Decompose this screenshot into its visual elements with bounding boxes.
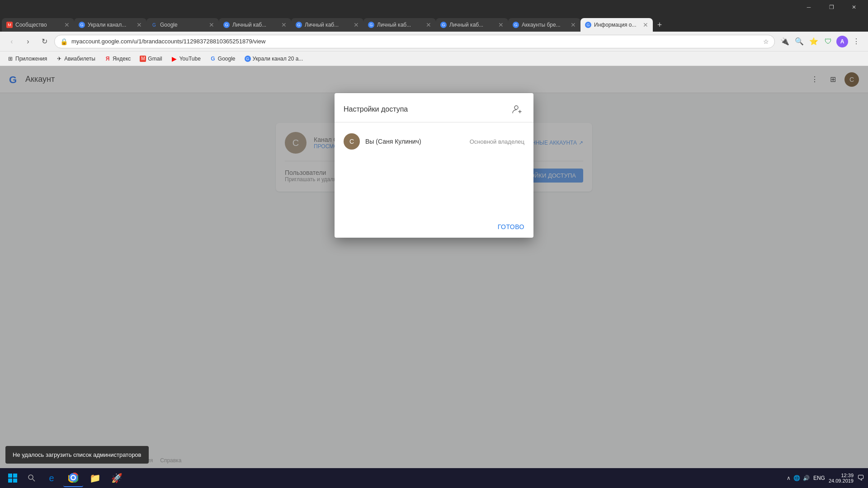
tab-lichny-4[interactable]: G Личный каб... ✕: [436, 18, 508, 32]
bookmark-yandex[interactable]: Я Яндекс: [101, 55, 134, 63]
bookmark-star-icon[interactable]: ⭐: [807, 35, 820, 48]
tab-icon-2: G: [79, 22, 85, 28]
taskbar-chrome-item[interactable]: [63, 469, 83, 487]
tab-icon-5: G: [296, 22, 302, 28]
reload-button[interactable]: ↻: [38, 35, 51, 48]
youtube-icon: ▶: [171, 56, 178, 62]
bookmark-avia[interactable]: ✈ Авиабилеты: [52, 55, 99, 63]
tab-close-1[interactable]: ✕: [64, 21, 70, 28]
taskbar-app-item[interactable]: 🚀: [107, 469, 127, 487]
bookmark-youtube-label: YouTube: [179, 56, 201, 62]
extensions-icon[interactable]: 🔌: [778, 35, 791, 48]
taskbar-edge-item[interactable]: e: [42, 469, 61, 487]
snackbar-message: Не удалось загрузить список администрато…: [13, 451, 142, 458]
taskbar-notification-icon[interactable]: 🗨: [857, 474, 864, 482]
avia-icon: ✈: [56, 56, 62, 62]
dialog-header: Настройки доступа: [335, 93, 533, 122]
taskbar-explorer-item[interactable]: 📁: [85, 469, 105, 487]
tab-close-5[interactable]: ✕: [354, 21, 359, 28]
tab-icon-4: G: [223, 22, 230, 28]
search-icon[interactable]: 🔍: [793, 35, 806, 48]
minimize-button[interactable]: ─: [798, 0, 819, 14]
taskbar: e 📁 🚀 ∧ 🌐 🔊: [0, 468, 868, 488]
forward-button[interactable]: ›: [22, 35, 34, 48]
add-user-icon: [512, 104, 523, 115]
taskbar-search-button[interactable]: [24, 470, 40, 486]
tab-icon-6: G: [368, 22, 374, 28]
chrome-browser: ─ ❐ ✕ M Сообщество ✕ G Украли канал... ✕…: [0, 0, 868, 66]
tab-accounts-brand[interactable]: G Аккаунты бре... ✕: [508, 18, 580, 32]
tab-icon-7: G: [440, 22, 447, 28]
bookmark-apps[interactable]: ⊞ Приложения: [4, 55, 51, 63]
bookmark-ukrali[interactable]: G Украли канал 20 а...: [241, 55, 307, 63]
svg-rect-5: [13, 479, 17, 483]
taskbar-clock[interactable]: 12:39 24.09.2019: [829, 473, 854, 483]
bookmark-apps-label: Приложения: [15, 56, 47, 62]
taskbar-volume-icon[interactable]: 🔊: [803, 475, 810, 481]
tab-label-3: Google: [160, 22, 206, 28]
tab-close-3[interactable]: ✕: [209, 21, 214, 28]
svg-rect-3: [13, 474, 17, 478]
taskbar-network-icon[interactable]: 🌐: [793, 475, 800, 481]
tab-close-8[interactable]: ✕: [571, 21, 576, 28]
bookmark-google[interactable]: G Google: [206, 55, 239, 63]
bookmark-youtube[interactable]: ▶ YouTube: [168, 55, 204, 63]
tab-lichny-1[interactable]: G Личный каб... ✕: [219, 18, 291, 32]
url-bar[interactable]: 🔒 myaccount.google.com/u/1/brandaccounts…: [54, 35, 775, 48]
bookmark-gmail[interactable]: M Gmail: [136, 55, 165, 63]
footer-help[interactable]: Справка: [160, 457, 181, 464]
back-button[interactable]: ‹: [5, 35, 18, 48]
tab-close-7[interactable]: ✕: [498, 21, 504, 28]
svg-point-1: [514, 106, 518, 109]
profile-icon[interactable]: А: [836, 36, 848, 47]
svg-point-10: [72, 476, 75, 479]
svg-rect-4: [8, 479, 12, 483]
shield-icon[interactable]: 🛡: [822, 35, 835, 48]
ukrali-bookmark-icon: G: [245, 56, 251, 62]
chrome-icon: [68, 473, 78, 483]
tab-label-9: Информация о...: [594, 22, 640, 28]
new-tab-button[interactable]: +: [653, 18, 666, 32]
add-user-button[interactable]: [510, 102, 524, 117]
clock-time: 12:39: [841, 473, 854, 478]
svg-line-7: [33, 479, 35, 481]
tabbar: M Сообщество ✕ G Украли канал... ✕ G Goo…: [0, 14, 868, 32]
clock-date: 24.09.2019: [829, 478, 854, 483]
gmail-bookmark-icon: M: [140, 56, 146, 62]
taskbar-up-icon[interactable]: ∧: [787, 475, 791, 481]
tab-label-8: Аккаунты бре...: [522, 22, 568, 28]
more-menu-icon[interactable]: ⋮: [850, 35, 863, 48]
tab-lichny-3[interactable]: G Личный каб... ✕: [363, 18, 436, 32]
tab-label-4: Личный каб...: [232, 22, 278, 28]
modal-overlay[interactable]: Настройки доступа С Вы (Саня Кулинич) Ос…: [0, 66, 868, 488]
taskbar-right: ∧ 🌐 🔊 ENG 12:39 24.09.2019 🗨: [787, 473, 864, 483]
taskbar-search-icon: [28, 474, 36, 482]
addressbar: ‹ › ↻ 🔒 myaccount.google.com/u/1/brandac…: [0, 32, 868, 52]
tab-close-2[interactable]: ✕: [137, 21, 142, 28]
snackbar: Не удалось загрузить список администрато…: [5, 446, 149, 464]
tab-close-4[interactable]: ✕: [281, 21, 287, 28]
svg-rect-2: [8, 474, 12, 478]
tab-icon-8: G: [513, 22, 519, 28]
done-button[interactable]: ГОТОВО: [498, 223, 524, 230]
tab-google[interactable]: G Google ✕: [146, 18, 219, 32]
start-button[interactable]: [4, 469, 22, 487]
taskbar-lang: ENG: [813, 475, 825, 481]
lock-icon: 🔒: [60, 38, 68, 45]
svg-point-6: [28, 475, 33, 479]
taskbar-system-icons: ∧ 🌐 🔊: [787, 475, 810, 481]
star-icon[interactable]: ☆: [763, 38, 769, 45]
app-icon: 🚀: [111, 473, 123, 483]
tab-sooblestvo[interactable]: M Сообщество ✕: [2, 18, 74, 32]
close-button[interactable]: ✕: [844, 0, 864, 14]
maximize-button[interactable]: ❐: [821, 0, 842, 14]
google-bookmark-icon: G: [210, 56, 216, 62]
tab-close-9[interactable]: ✕: [643, 21, 648, 28]
dialog-body: С Вы (Саня Кулинич) Основной владелец: [335, 122, 533, 218]
tab-close-6[interactable]: ✕: [426, 21, 431, 28]
window-controls: ─ ❐ ✕: [798, 0, 864, 14]
tab-lichny-2[interactable]: G Личный каб... ✕: [291, 18, 363, 32]
tab-info-page[interactable]: G Информация о... ✕: [580, 18, 653, 32]
url-text: myaccount.google.com/u/1/brandaccounts/1…: [71, 38, 760, 45]
tab-ukrali[interactable]: G Украли канал... ✕: [74, 18, 146, 32]
